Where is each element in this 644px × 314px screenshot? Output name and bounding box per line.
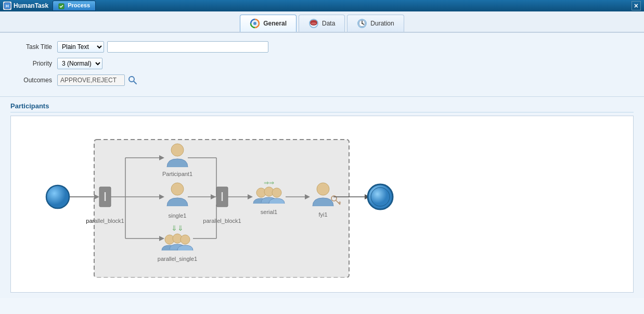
participants-title: Participants: [10, 102, 634, 112]
task-title-type-select[interactable]: Plain Text Expression: [57, 41, 104, 53]
tab-data[interactable]: Data: [299, 15, 345, 32]
tab-duration[interactable]: Duration: [347, 15, 404, 32]
titlebar: H HumanTask Process ×: [0, 0, 644, 11]
tab-general[interactable]: General: [240, 15, 297, 32]
svg-point-4: [253, 22, 256, 25]
data-icon: [308, 18, 319, 29]
task-title-label: Task Title: [16, 43, 52, 51]
content-area: Task Title Plain Text Expression Priorit…: [0, 33, 644, 314]
svg-text:H: H: [6, 4, 9, 8]
svg-line-14: [134, 81, 136, 84]
outcomes-search-button[interactable]: [127, 74, 138, 86]
tab-general-label: General: [263, 20, 287, 27]
priority-select[interactable]: 3 (Normal) 1 (Critical) 2 (High) 4 (Low): [57, 58, 102, 69]
outcomes-row: Outcomes: [16, 74, 628, 86]
tab-data-label: Data: [322, 20, 335, 27]
process-tab[interactable]: Process: [53, 1, 96, 10]
search-icon: [128, 76, 137, 85]
outcomes-label: Outcomes: [16, 77, 52, 84]
priority-row: Priority 3 (Normal) 1 (Critical) 2 (High…: [16, 58, 628, 69]
main-tabs: General Data Duration: [0, 11, 644, 33]
stage-border: [94, 140, 349, 278]
duration-icon: [357, 18, 367, 29]
participants-section: Participants: [0, 97, 644, 298]
tab-duration-label: Duration: [370, 20, 394, 27]
app-title: HumanTask: [14, 2, 48, 9]
start-node: [46, 185, 69, 208]
svg-point-12: [362, 23, 363, 24]
task-title-input[interactable]: [107, 41, 268, 53]
end-node-inner: [371, 187, 390, 206]
form-section: Task Title Plain Text Expression Priorit…: [0, 33, 644, 97]
general-icon: [250, 18, 260, 29]
outcomes-input[interactable]: [57, 74, 125, 86]
close-button[interactable]: ×: [632, 1, 641, 10]
participants-canvas: | parallel_block1 Participant1: [10, 116, 634, 293]
flow-diagram: | parallel_block1 Participant1: [11, 116, 625, 278]
priority-label: Priority: [16, 60, 52, 67]
svg-point-7: [311, 22, 317, 25]
app-icon: H: [3, 2, 11, 10]
task-title-row: Task Title Plain Text Expression: [16, 41, 628, 53]
